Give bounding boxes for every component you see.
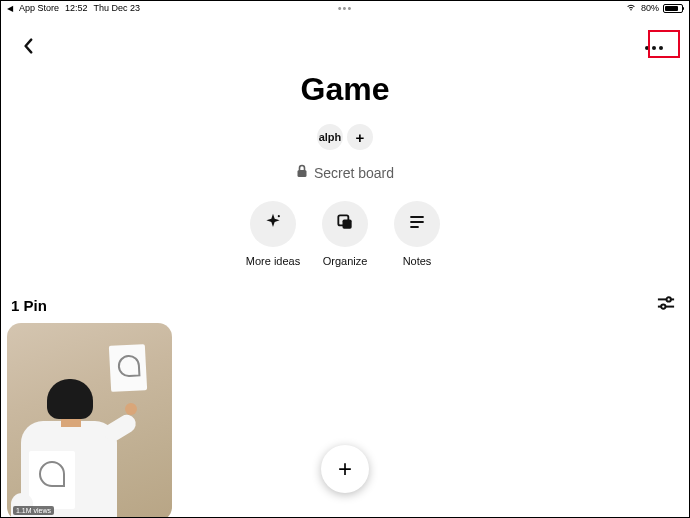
back-app-label[interactable]: App Store [19, 3, 59, 13]
status-left: ◀ App Store 12:52 Thu Dec 23 [7, 3, 140, 13]
more-ideas-label: More ideas [246, 255, 300, 267]
svg-point-2 [659, 46, 663, 50]
organize-action: Organize [316, 201, 374, 267]
lock-icon [296, 164, 308, 181]
notes-label: Notes [403, 255, 432, 267]
notes-button[interactable] [394, 201, 440, 247]
avatar-initials: alph [319, 131, 342, 143]
status-bar: ◀ App Store 12:52 Thu Dec 23 ••• 80% [1, 1, 689, 15]
more-options-button[interactable] [639, 33, 669, 63]
add-collaborator-button[interactable]: + [347, 124, 373, 150]
secret-text: Secret board [314, 165, 394, 181]
battery-percent: 80% [641, 3, 659, 13]
pins-count: 1 Pin [11, 297, 47, 314]
add-pin-fab[interactable]: + [321, 445, 369, 493]
multitask-dots-icon[interactable]: ••• [338, 2, 353, 14]
svg-rect-3 [297, 170, 306, 177]
collaborators-row: alph + [1, 124, 689, 150]
svg-point-11 [667, 297, 671, 301]
pins-header: 1 Pin [1, 267, 689, 323]
svg-point-0 [645, 46, 649, 50]
organize-label: Organize [323, 255, 368, 267]
header-row [1, 15, 689, 69]
svg-point-1 [652, 46, 656, 50]
notes-action: Notes [388, 201, 446, 267]
more-ideas-button[interactable] [250, 201, 296, 247]
views-badge: 1.1M views [13, 506, 54, 515]
status-date: Thu Dec 23 [94, 3, 141, 13]
more-ideas-action: More ideas [244, 201, 302, 267]
wifi-icon [625, 2, 637, 14]
back-caret-icon[interactable]: ◀ [7, 4, 13, 13]
secret-board-label: Secret board [1, 164, 689, 181]
filter-button[interactable] [657, 295, 675, 315]
plus-icon: + [338, 455, 352, 483]
pin-card[interactable]: 1.1M views Here's A Cool New "Game" To P… [7, 323, 172, 518]
sparkle-icon [263, 212, 283, 236]
back-button[interactable] [21, 38, 35, 58]
status-time: 12:52 [65, 3, 88, 13]
board-actions: More ideas Organize Notes [1, 201, 689, 267]
pin-image[interactable]: 1.1M views [7, 323, 172, 518]
organize-button[interactable] [322, 201, 368, 247]
plus-icon: + [356, 129, 365, 146]
organize-icon [335, 212, 355, 236]
sliders-icon [657, 295, 675, 311]
avatar[interactable]: alph [317, 124, 343, 150]
svg-point-4 [278, 215, 280, 217]
board-title: Game [1, 71, 689, 108]
status-right: 80% [625, 2, 683, 14]
battery-icon [663, 4, 683, 13]
svg-rect-6 [343, 220, 352, 229]
svg-point-13 [661, 304, 665, 308]
notes-icon [407, 212, 427, 236]
